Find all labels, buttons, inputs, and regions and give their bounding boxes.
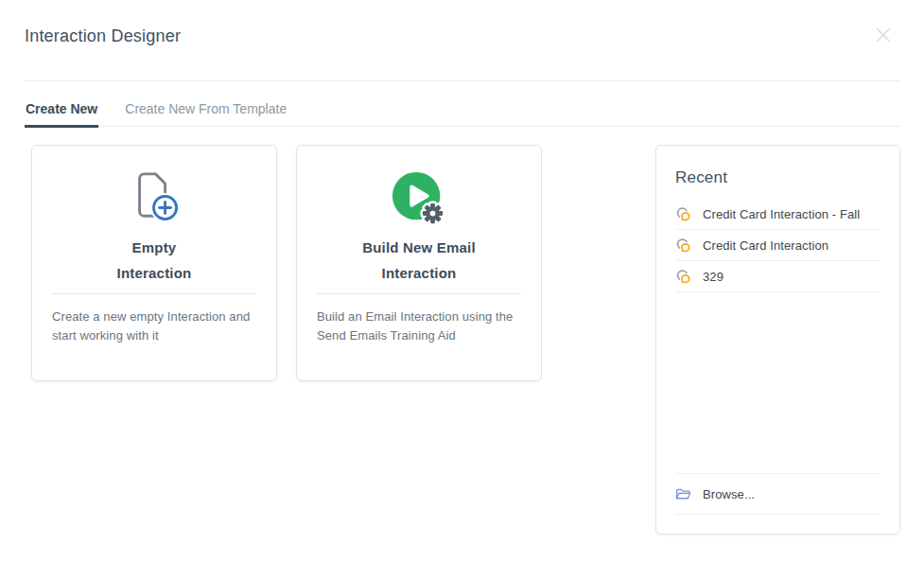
page-title: Interaction Designer	[25, 26, 181, 46]
recent-item-label: 329	[703, 270, 724, 284]
tab-bar: Create New Create New From Template	[25, 97, 900, 127]
interaction-icon	[675, 269, 691, 285]
browse-label: Browse...	[703, 487, 755, 501]
play-gear-icon	[390, 170, 448, 227]
card-description: Create a new empty Interaction and start…	[52, 307, 256, 345]
recent-list: Credit Card Interaction - Fall Credit Ca…	[675, 199, 880, 292]
close-button[interactable]	[874, 27, 893, 46]
tab-create-new-from-template[interactable]: Create New From Template	[124, 97, 288, 126]
card-title: Empty Interaction	[117, 235, 192, 286]
recent-item[interactable]: Credit Card Interaction - Fall	[675, 199, 880, 230]
recent-item-label: Credit Card Interaction - Fall	[703, 207, 860, 221]
browse-button[interactable]: Browse...	[675, 473, 880, 515]
recent-heading: Recent	[675, 168, 880, 187]
card-title: Build New Email Interaction	[362, 235, 476, 286]
card-divider	[317, 293, 521, 294]
recent-item[interactable]: Credit Card Interaction	[675, 230, 880, 261]
recent-spacer	[675, 292, 880, 473]
card-divider	[52, 293, 256, 294]
recent-panel: Recent Credit Card Interaction - Fall Cr…	[655, 145, 900, 535]
close-icon	[875, 26, 892, 47]
recent-item[interactable]: 329	[675, 261, 880, 292]
folder-open-icon	[675, 486, 691, 502]
card-empty-interaction[interactable]: Empty Interaction Create a new empty Int…	[31, 145, 277, 381]
tab-create-new[interactable]: Create New	[25, 97, 98, 128]
interaction-icon	[675, 206, 691, 222]
document-add-icon	[129, 170, 180, 227]
interaction-icon	[675, 237, 691, 254]
card-description: Build an Email Interaction using the Sen…	[317, 307, 521, 345]
card-build-new-email-interaction[interactable]: Build New Email Interaction Build an Ema…	[296, 145, 542, 381]
header-divider	[25, 80, 900, 81]
recent-item-label: Credit Card Interaction	[703, 238, 828, 253]
